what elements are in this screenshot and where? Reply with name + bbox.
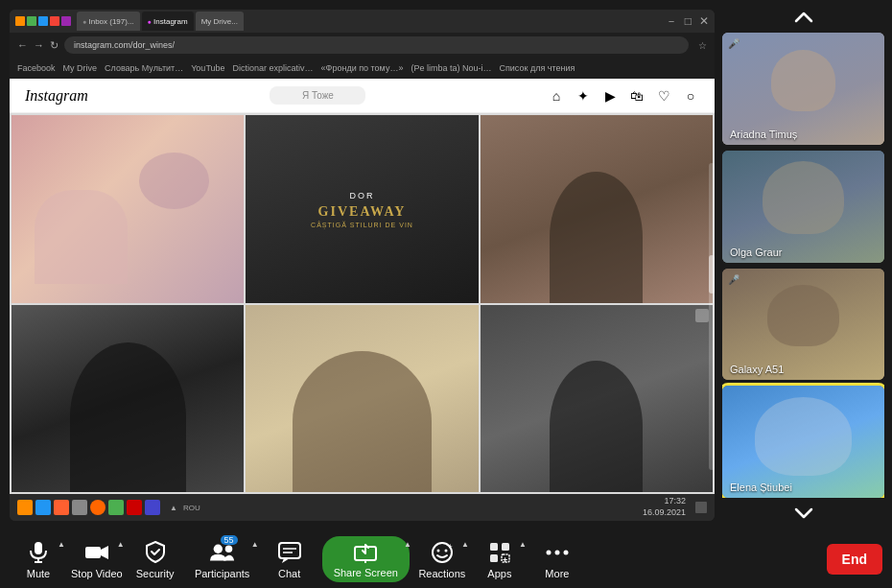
more-button[interactable]: More [528, 532, 586, 586]
tab-favicon [38, 16, 48, 26]
chat-label: Chat [278, 568, 300, 579]
more-icon [544, 539, 571, 566]
os-taskbar: ▲ ROU 17:32 16.09.2021 [10, 494, 715, 521]
bookmark-slovar[interactable]: Словарь Мультит… [105, 63, 183, 73]
apps-chevron[interactable]: ▲ [519, 540, 527, 549]
taskbar-app-5[interactable] [90, 500, 106, 515]
taskbar-icons [17, 500, 160, 515]
bookmark-pe-limba[interactable]: (Pe limba ta) Nou-i… [411, 63, 491, 73]
language-indicator: ROU [183, 504, 200, 512]
bookmark-drive[interactable]: My Drive [63, 63, 98, 73]
maximize-icon[interactable]: □ [685, 14, 692, 28]
instagram-nav-icons: ⌂ ✦ ▶ 🛍 ♡ ○ [548, 87, 699, 105]
main-area: ● Inbox (197)... ● Instagram My Drive...… [0, 0, 892, 530]
refresh-icon[interactable]: ↻ [50, 39, 59, 52]
participants-label: Participants [195, 568, 249, 579]
apps-button[interactable]: ▲ + Apps [471, 532, 528, 586]
participant-name-olga: Olga Graur [730, 247, 782, 258]
system-tray: ▲ ROU [170, 504, 200, 512]
home-icon[interactable]: ⌂ [548, 87, 565, 105]
back-icon[interactable]: ← [17, 39, 28, 51]
tab-favicon [27, 16, 36, 26]
bookmark-dict[interactable]: Dictionar explicativ… [233, 63, 314, 73]
instagram-search[interactable]: Я Тоже [270, 86, 365, 105]
shop-icon[interactable]: 🛍 [628, 87, 646, 105]
tab-favicon [50, 16, 59, 26]
tray-icon-1: ▲ [170, 504, 177, 512]
instagram-post-1[interactable] [12, 115, 244, 303]
bookmark-facebook[interactable]: Facebook [17, 63, 56, 73]
instagram-post-5[interactable] [246, 305, 478, 493]
explore-icon[interactable]: ✦ [575, 87, 592, 105]
taskbar-app-6[interactable] [108, 500, 124, 515]
url-bar[interactable]: instagram.com/dor_wines/ [64, 36, 689, 54]
security-button[interactable]: Security [127, 532, 184, 586]
svg-point-25 [563, 551, 568, 555]
taskbar-app-4[interactable] [72, 500, 87, 515]
reels-icon[interactable]: ▶ [601, 87, 619, 105]
participants-chevron[interactable]: ▲ [251, 540, 259, 549]
share-screen-label: Share Screen [334, 567, 398, 578]
url-text: instagram.com/dor_wines/ [74, 40, 175, 50]
mute-button[interactable]: ▲ Mute [10, 532, 67, 586]
taskbar-app-2[interactable] [35, 500, 51, 515]
bookmark-frondi[interactable]: «Фронди по тому…» [321, 63, 404, 73]
bottom-toolbar: ▲ Mute ▲ Stop Video [0, 530, 892, 588]
heart-icon[interactable]: ♡ [655, 87, 672, 105]
instagram-post-6[interactable] [481, 305, 713, 493]
participants-button[interactable]: ▲ 55 Participants [184, 532, 261, 586]
participants-inner: 🎤 Ariadna Timuș Olga Graur 🎤 Galaxy A51 [722, 33, 884, 498]
end-button[interactable]: End [827, 544, 882, 575]
reactions-button[interactable]: ▲ + Reactions [413, 532, 471, 586]
reactions-label: Reactions [418, 568, 465, 579]
forward-icon[interactable]: → [34, 39, 44, 51]
svg-point-15 [436, 550, 439, 553]
taskbar-app-1[interactable] [17, 500, 33, 515]
share-screen-active-bg: Share Screen [322, 536, 410, 582]
scroll-up-button[interactable] [722, 8, 884, 27]
video-chevron[interactable]: ▲ [117, 540, 125, 549]
browser-tab-inbox[interactable]: ● Inbox (197)... [77, 12, 140, 31]
svg-rect-3 [85, 547, 101, 558]
minimize-icon[interactable]: － [666, 13, 677, 30]
svg-rect-18 [490, 543, 498, 551]
close-icon[interactable]: ✕ [699, 14, 709, 28]
browser-bookmarks: Facebook My Drive Словарь Мультит… YouTu… [10, 58, 715, 79]
bookmark-lista[interactable]: Список для чтения [499, 63, 575, 73]
address-bar: ← → ↻ instagram.com/dor_wines/ ☆ [10, 33, 715, 58]
participant-video-ariadna: 🎤 Ariadna Timuș [722, 33, 884, 145]
security-label: Security [136, 568, 175, 579]
scroll-bar[interactable] [709, 163, 715, 470]
share-screen-chevron[interactable]: ▲ [404, 540, 411, 549]
instagram-post-2[interactable]: DOR GIVEAWAY CÂȘTIGĂ STILURI DE VIN [246, 115, 478, 303]
stop-video-button[interactable]: ▲ Stop Video [67, 532, 127, 586]
system-clock: 17:32 16.09.2021 [643, 496, 686, 518]
browser-tab-drive[interactable]: My Drive... [196, 12, 244, 31]
mute-label: Mute [27, 568, 50, 579]
show-desktop-btn[interactable] [695, 502, 707, 513]
participant-video-elena: Elena Știubei [722, 386, 884, 498]
scroll-down-button[interactable] [722, 504, 884, 523]
tab-favicon [61, 16, 71, 26]
giveaway-overlay: DOR GIVEAWAY CÂȘTIGĂ STILURI DE VIN [311, 190, 413, 227]
muted-icon-ariadna: 🎤 [728, 38, 739, 49]
share-screen-button[interactable]: ▲ Share Screen [318, 532, 413, 586]
browser-tabbar: ● Inbox (197)... ● Instagram My Drive...… [10, 10, 715, 33]
taskbar-app-8[interactable] [145, 500, 160, 515]
instagram-header: Instagram Я Тоже ⌂ ✦ ▶ 🛍 ♡ ○ [10, 79, 715, 113]
bookmark-youtube[interactable]: YouTube [191, 63, 224, 73]
browser-tab-instagram[interactable]: ● Instagram [142, 12, 194, 31]
participant-name-galaxy: Galaxy A51 [730, 364, 784, 375]
apps-label: Apps [487, 568, 511, 579]
taskbar-app-3[interactable] [54, 500, 69, 515]
svg-point-6 [224, 546, 231, 553]
bookmark-star[interactable]: ☆ [698, 40, 707, 51]
mute-chevron[interactable]: ▲ [58, 540, 65, 549]
taskbar-app-7[interactable] [127, 500, 142, 515]
instagram-post-4[interactable] [12, 305, 244, 493]
profile-icon[interactable]: ○ [682, 87, 699, 105]
instagram-content: Instagram Я Тоже ⌂ ✦ ▶ 🛍 ♡ ○ [10, 79, 715, 494]
instagram-post-3[interactable] [481, 115, 713, 303]
chat-button[interactable]: Chat [261, 532, 318, 586]
reactions-chevron[interactable]: ▲ [461, 540, 469, 549]
